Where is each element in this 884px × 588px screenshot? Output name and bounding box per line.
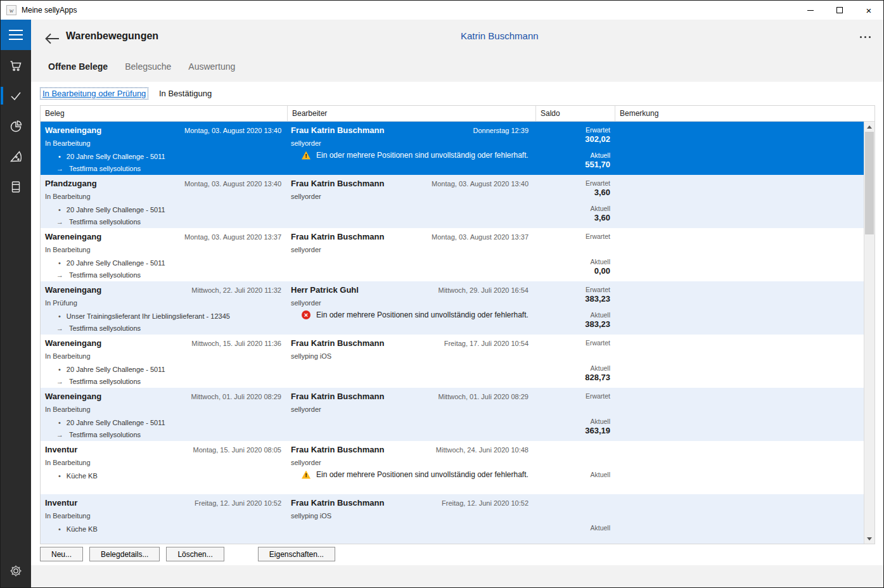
- bullet-icon: •: [58, 366, 61, 373]
- tab-belegsuche[interactable]: Belegsuche: [125, 60, 171, 73]
- sidebar-item-book[interactable]: [1, 172, 31, 202]
- saldo-expected-label: Erwartet: [586, 286, 610, 293]
- saldo-expected-value: 383,23: [585, 294, 610, 304]
- document-company: Testfirma sellysolutions: [69, 218, 141, 226]
- document-date: Mittwoch, 15. Juli 2020 11:36: [191, 340, 281, 347]
- maximize-icon: [836, 7, 843, 13]
- bullet-icon: •: [58, 153, 61, 160]
- scrollbar-thumb[interactable]: [865, 132, 874, 234]
- table-row[interactable]: Wareneingang Montag, 03. August 2020 13:…: [41, 122, 864, 175]
- scroll-up-button[interactable]: [864, 122, 874, 132]
- editor-name: Frau Katrin Buschmann: [291, 125, 384, 135]
- table-row[interactable]: Wareneingang Montag, 03. August 2020 13:…: [41, 228, 864, 281]
- back-button[interactable]: [41, 29, 63, 48]
- document-source: 20 Jahre Selly Challenge - 5011: [67, 206, 165, 214]
- arrow-icon: →: [56, 431, 63, 438]
- document-source: 20 Jahre Selly Challenge - 5011: [67, 153, 165, 160]
- saldo-actual-value: 383,23: [585, 319, 610, 329]
- editor-device: sellyorder: [291, 459, 321, 466]
- message-text: Ein oder mehrere Positionen sind unvolls…: [316, 151, 528, 160]
- arrow-icon: →: [56, 218, 63, 226]
- document-details-button[interactable]: Belegdetails...: [89, 547, 160, 561]
- bullet-icon: •: [58, 312, 61, 320]
- column-header-saldo[interactable]: Saldo: [536, 106, 615, 122]
- close-button[interactable]: ×: [854, 1, 883, 20]
- cell-bemerkung: [615, 388, 864, 441]
- editor-date: Mittwoch, 29. Juli 2020 16:54: [439, 286, 528, 294]
- cell-bemerkung: [615, 175, 864, 228]
- document-date: Montag, 15. Juni 2020 08:05: [193, 446, 281, 454]
- hamburger-menu-button[interactable]: [1, 20, 31, 50]
- editor-device: sellyping iOS: [291, 512, 331, 520]
- arrow-icon: →: [56, 165, 63, 172]
- content-area: In Bearbeitung oder Prüfung In Bestätigu…: [31, 82, 883, 565]
- cell-bemerkung: [615, 494, 864, 544]
- column-header-bearbeiter[interactable]: Bearbeiter: [288, 106, 536, 122]
- sidebar-item-cart[interactable]: [1, 50, 31, 80]
- cell-saldo: Erwartet Aktuell 363,19: [536, 388, 615, 441]
- message-status-icon: [302, 310, 311, 319]
- saldo-actual-value: 3,60: [594, 213, 610, 222]
- table-row[interactable]: Inventur Montag, 15. Juni 2020 08:05 In …: [41, 441, 864, 494]
- document-date: Montag, 03. August 2020 13:40: [184, 127, 281, 134]
- editor-date: Donnerstag 12:39: [473, 127, 528, 134]
- document-source: Unser Trainingslieferant Ihr Lieblingsli…: [67, 312, 230, 320]
- table-row[interactable]: Wareneingang Mittwoch, 15. Juli 2020 11:…: [41, 335, 864, 388]
- table-row[interactable]: Pfandzugang Montag, 03. August 2020 13:4…: [41, 175, 864, 228]
- vertical-scrollbar[interactable]: [864, 122, 874, 544]
- arrow-icon: →: [56, 324, 63, 332]
- minimize-button[interactable]: [796, 1, 825, 20]
- saldo-actual-label: Aktuell: [590, 524, 610, 532]
- sidebar-item-open-documents[interactable]: [1, 80, 31, 111]
- cell-bearbeiter: Herr Patrick Guhl Mittwoch, 29. Juli 202…: [288, 281, 536, 335]
- bullet-icon: •: [58, 525, 61, 533]
- saldo-actual-value: 828,73: [585, 373, 610, 382]
- editor-date: Freitag, 17. Juli 2020 10:54: [444, 340, 528, 347]
- document-date: Mittwoch, 22. Juli 2020 11:32: [191, 286, 281, 294]
- more-options-button[interactable]: [856, 32, 874, 42]
- scroll-down-button[interactable]: [864, 534, 874, 544]
- sidebar-item-statistics[interactable]: [1, 111, 31, 141]
- editor-date: Mittwoch, 24. Juni 2020 10:48: [436, 446, 528, 454]
- delete-button[interactable]: Löschen...: [166, 547, 224, 561]
- user-name[interactable]: Katrin Buschmann: [461, 30, 539, 41]
- table-row[interactable]: Inventur Freitag, 12. Juni 2020 10:52 In…: [41, 494, 864, 544]
- saldo-expected-label: Erwartet: [586, 233, 610, 240]
- cell-bearbeiter: Frau Katrin Buschmann Montag, 03. August…: [288, 175, 536, 228]
- saldo-actual-label: Aktuell: [590, 258, 610, 265]
- table-row[interactable]: Wareneingang Mittwoch, 01. Juli 2020 08:…: [41, 388, 864, 441]
- column-header-bemerkung[interactable]: Bemerkung: [615, 106, 874, 122]
- document-status: In Bearbeitung: [45, 193, 91, 200]
- cell-saldo: Erwartet 3,60 Aktuell 3,60: [536, 175, 615, 228]
- document-status: In Bearbeitung: [45, 246, 91, 253]
- sidebar-item-articles[interactable]: [1, 141, 31, 172]
- table-row[interactable]: Wareneingang Mittwoch, 22. Juli 2020 11:…: [41, 281, 864, 335]
- filter-in-bearbeitung-oder-pruefung[interactable]: In Bearbeitung oder Prüfung: [40, 87, 148, 99]
- cell-bemerkung: [615, 441, 864, 494]
- document-company: Testfirma sellysolutions: [69, 165, 141, 172]
- arrow-icon: →: [56, 271, 63, 279]
- document-status: In Bearbeitung: [45, 459, 91, 466]
- saldo-actual-value: 551,70: [585, 160, 610, 169]
- new-button[interactable]: Neu...: [40, 547, 83, 561]
- filter-in-bestaetigung[interactable]: In Bestätigung: [159, 89, 212, 98]
- tab-offene-belege[interactable]: Offene Belege: [48, 60, 108, 73]
- properties-button[interactable]: Eigenschaften...: [258, 547, 335, 561]
- maximize-button[interactable]: [825, 1, 854, 20]
- sidebar-item-settings[interactable]: [1, 556, 31, 586]
- cell-saldo: Erwartet 302,02 Aktuell 551,70: [536, 122, 615, 175]
- editor-date: Freitag, 12. Juni 2020 10:52: [442, 499, 528, 507]
- column-header-beleg[interactable]: Beleg: [41, 106, 288, 122]
- action-bar: Neu... Belegdetails... Löschen... Eigens…: [40, 547, 335, 561]
- document-company: Testfirma sellysolutions: [69, 378, 141, 385]
- document-type: Wareneingang: [45, 125, 101, 135]
- editor-device: sellyping iOS: [291, 352, 331, 360]
- hamburger-icon: [9, 30, 23, 31]
- page-title: Warenbewegungen: [66, 30, 158, 42]
- tab-auswertung[interactable]: Auswertung: [188, 60, 235, 73]
- cell-beleg: Wareneingang Mittwoch, 01. Juli 2020 08:…: [41, 388, 288, 441]
- document-source: 20 Jahre Selly Challenge - 5011: [67, 366, 165, 373]
- document-status: In Prüfung: [45, 299, 77, 307]
- editor-date: Montag, 03. August 2020 13:37: [432, 233, 528, 241]
- cell-beleg: Wareneingang Montag, 03. August 2020 13:…: [41, 228, 288, 281]
